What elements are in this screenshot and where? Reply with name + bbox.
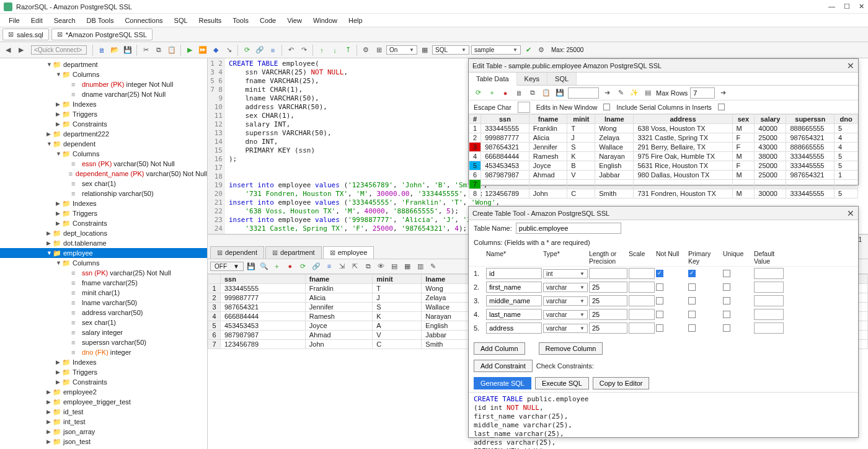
edit-table-close-icon[interactable]: ✕: [847, 61, 854, 71]
col-len-input[interactable]: [589, 295, 627, 306]
tree-node[interactable]: ▼📁dependent: [0, 139, 207, 149]
forward-icon[interactable]: ▶: [16, 45, 27, 56]
save-result-icon[interactable]: 💾: [246, 260, 257, 272]
file-tab[interactable]: ⊠sales.sql: [2, 29, 49, 40]
autocommit-combo[interactable]: On▼: [386, 45, 417, 55]
et-go-icon[interactable]: ➜: [601, 87, 613, 99]
tree-node[interactable]: ≡sex char(1): [0, 179, 207, 189]
edit-icon[interactable]: ✎: [428, 260, 439, 272]
tree-node[interactable]: ▼📁Columns: [0, 69, 207, 79]
undo-icon[interactable]: ↶: [285, 45, 296, 56]
filter-icon[interactable]: 🔍: [259, 260, 270, 272]
tree-node[interactable]: ▶📁department222: [0, 129, 207, 139]
tree-node[interactable]: ▶📁json_array: [0, 427, 207, 437]
panel-tab[interactable]: Table Data: [469, 73, 517, 86]
script-icon[interactable]: ≡: [324, 260, 335, 272]
result-tab[interactable]: ⊠department: [265, 246, 322, 259]
notnull-checkbox[interactable]: [656, 297, 663, 305]
layout2-icon[interactable]: ▦: [402, 260, 413, 272]
unique-checkbox[interactable]: [723, 297, 730, 305]
pk-checkbox[interactable]: [688, 270, 696, 277]
back-icon[interactable]: ◀: [2, 45, 14, 56]
add-constraint-button[interactable]: Add Constraint: [474, 360, 533, 372]
lang-combo[interactable]: SQL▼: [432, 45, 469, 55]
notnull-checkbox[interactable]: [656, 270, 663, 277]
tree-node[interactable]: ≡sex char(1): [0, 318, 207, 327]
create-table-close-icon[interactable]: ✕: [847, 208, 854, 218]
tree-node[interactable]: ▼📁employee: [0, 248, 207, 258]
generate-sql-button[interactable]: Generate SQL: [474, 377, 531, 389]
tools-icon[interactable]: ⚙: [360, 45, 371, 56]
default-input[interactable]: [754, 322, 784, 334]
tree-node[interactable]: ≡dependent_name (PK) varchar(50) Not Nul…: [0, 169, 207, 179]
cut-icon[interactable]: ✂: [140, 45, 151, 56]
edit-mode-combo[interactable]: OFF▼: [210, 262, 244, 271]
et-add-icon[interactable]: ＋: [486, 87, 497, 99]
pk-checkbox[interactable]: [688, 283, 696, 291]
view-icon[interactable]: 👁: [376, 260, 387, 272]
col-type-combo[interactable]: varchar▼: [543, 310, 588, 319]
tree-node[interactable]: ▶📁json_test: [0, 437, 207, 447]
menu-file[interactable]: File: [4, 16, 25, 25]
tree-node[interactable]: ▶📁Indexes: [0, 198, 207, 208]
col-type-combo[interactable]: varchar▼: [543, 283, 588, 292]
menu-db-tools[interactable]: DB Tools: [82, 16, 119, 25]
col-type-combo[interactable]: varchar▼: [543, 324, 588, 333]
tree-node[interactable]: ▶📁id_test: [0, 407, 207, 417]
pk-checkbox[interactable]: [688, 297, 696, 305]
pk-checkbox[interactable]: [688, 311, 696, 318]
col-name-input[interactable]: [486, 282, 542, 293]
maximize-icon[interactable]: ☐: [844, 2, 850, 11]
col-len-input[interactable]: [589, 268, 627, 279]
remove-column-button[interactable]: Remove Column: [539, 342, 603, 355]
execute-icon[interactable]: ▶: [184, 45, 195, 56]
col-scale-input[interactable]: [629, 268, 655, 279]
notnull-checkbox[interactable]: [656, 283, 663, 291]
refresh-icon[interactable]: ⟳: [241, 45, 252, 56]
copy-icon[interactable]: ⧉: [153, 45, 164, 56]
open-icon[interactable]: 📂: [109, 45, 120, 56]
tree-node[interactable]: ≡superssn varchar(50): [0, 337, 207, 347]
col-scale-input[interactable]: [629, 295, 655, 306]
tree-node[interactable]: ≡relationship varchar(50): [0, 189, 207, 198]
et-save-icon[interactable]: 💾: [554, 87, 565, 99]
tree-node[interactable]: ≡address varchar(50): [0, 308, 207, 318]
col-scale-input[interactable]: [629, 322, 655, 334]
layout3-icon[interactable]: ▥: [415, 260, 426, 272]
et-delete-icon[interactable]: ●: [500, 87, 511, 99]
pk-checkbox[interactable]: [688, 324, 696, 332]
table-name-input[interactable]: [516, 223, 621, 234]
tree-node[interactable]: ▶📁Triggers: [0, 208, 207, 218]
et-maxrows-input[interactable]: [690, 87, 715, 99]
tree-node[interactable]: ▶📁employee2: [0, 387, 207, 397]
col-scale-input[interactable]: [629, 309, 655, 320]
db-combo[interactable]: sample▼: [471, 45, 521, 55]
tree-node[interactable]: ≡fname varchar(25): [0, 278, 207, 288]
tree-node[interactable]: ▶📁Triggers: [0, 109, 207, 119]
tree-node[interactable]: ▼📁Columns: [0, 258, 207, 268]
menu-results[interactable]: Results: [194, 16, 227, 25]
menu-tools[interactable]: Tools: [228, 16, 254, 25]
minimize-icon[interactable]: —: [828, 2, 835, 11]
refresh-result-icon[interactable]: ⟳: [298, 260, 309, 272]
tree-node[interactable]: ≡lname varchar(50): [0, 298, 207, 308]
edit-table-grid[interactable]: #ssnfnameminitlnameaddresssexsalarysuper…: [469, 114, 858, 198]
execute-all-icon[interactable]: ⏩: [197, 45, 208, 56]
toggle-icon[interactable]: ⊞: [373, 45, 384, 56]
quick-connect-combo[interactable]: <Quick Connect>: [31, 45, 87, 55]
tree-node[interactable]: ≡salary integer: [0, 327, 207, 337]
default-input[interactable]: [754, 282, 784, 293]
default-input[interactable]: [754, 309, 784, 320]
et-edit-icon[interactable]: ✎: [615, 87, 626, 99]
menu-window[interactable]: Window: [308, 16, 342, 25]
copy-editor-button[interactable]: Copy to Editor: [593, 377, 650, 389]
tree-node[interactable]: ▶📁dot.tablename: [0, 238, 207, 248]
result-tab[interactable]: ⊠dependent: [210, 246, 264, 259]
default-input[interactable]: [754, 268, 784, 279]
export-icon[interactable]: ⇲: [337, 260, 348, 272]
add-column-button[interactable]: Add Column: [474, 342, 525, 355]
col-scale-input[interactable]: [629, 282, 655, 293]
col-len-input[interactable]: [589, 309, 627, 320]
link2-icon[interactable]: 🔗: [311, 260, 322, 272]
et-copy-icon[interactable]: ⧉: [527, 87, 538, 99]
